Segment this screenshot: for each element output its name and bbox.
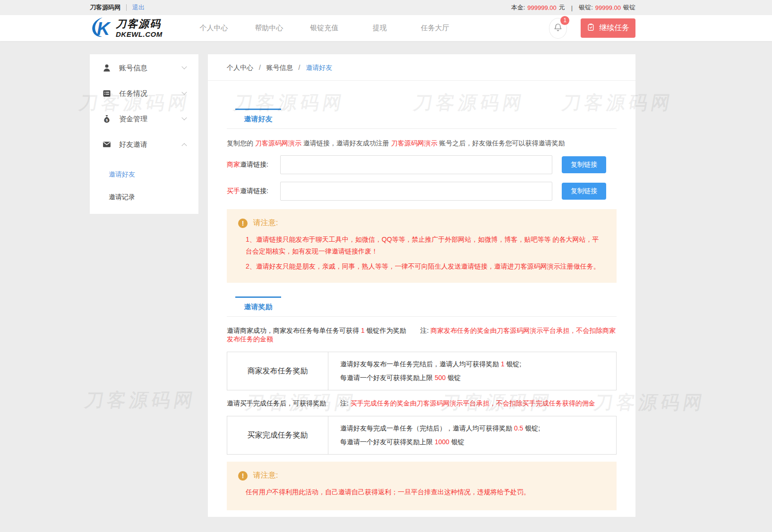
notice-line: 任何用户不得利用此活动，自己邀请自己获得返利；一旦平台排查出这种情况，违规将给予…	[246, 486, 605, 498]
nav-item-personal-center[interactable]: 个人中心	[199, 24, 229, 33]
continue-task-label: 继续任务	[599, 23, 629, 33]
rule-text: 银锭;	[523, 424, 540, 432]
breadcrumb-account-info[interactable]: 账号信息	[266, 64, 293, 71]
sidebar-submenu: 邀请好友 邀请记录	[90, 157, 198, 208]
sidebar-subitem-invite-friends[interactable]: 邀请好友	[90, 163, 198, 186]
buyer-reward-intro: 邀请买手完成任务后，可获得奖励注: 买手完成任务的奖金由刀客源码网演示平台承担，…	[227, 399, 617, 408]
sidebar-item-label: 账号信息	[119, 64, 182, 73]
reward-intro-text: 邀请买手完成任务后，可获得奖励	[227, 399, 326, 407]
logo-subtitle: DKEWL.COM	[116, 31, 163, 38]
silver-value: 99999.00	[595, 4, 621, 11]
nav-item-recharge[interactable]: 银锭充值	[309, 24, 340, 33]
reward-table-detail-cell: 邀请好友每发布一单任务完结后，邀请人均可获得奖励 1 银锭; 每邀请一个好友可获…	[328, 352, 616, 390]
reward-intro-text: 银锭作为奖励	[365, 327, 406, 334]
buyer-invite-link-input[interactable]	[280, 182, 552, 201]
topbar: 刀客源码网 退出 本金: 999999.00 元 | 银锭: 99999.00 …	[0, 0, 772, 15]
reward-table-header-cell: 商家发布任务奖励	[227, 352, 328, 390]
principal-value: 999999.00	[527, 4, 556, 11]
merchant-link-row: 商家邀请链接: 复制链接	[227, 155, 617, 174]
breadcrumb-separator: /	[299, 64, 300, 71]
sidebar: 账号信息 任务情况	[90, 54, 198, 214]
notice-line: 1、邀请链接只能发布于聊天工具中，如微信，QQ等等，禁止推广于外部网站，如微博，…	[246, 234, 605, 257]
topbar-site-name: 刀客源码网	[90, 3, 120, 12]
chevron-down-icon	[181, 115, 187, 120]
content-card: 个人中心 / 账号信息 / 邀请好友 邀请好友 复制您的 刀客源码网演示 邀请链…	[208, 54, 635, 517]
rule-amount: 500	[435, 374, 446, 381]
breadcrumb-current: 邀请好友	[306, 64, 332, 71]
merchant-reward-intro: 邀请商家成功，商家发布任务每单任务可获得 1 银锭作为奖励注: 商家发布任务的奖…	[227, 327, 617, 344]
sidebar-item-label: 任务情况	[119, 89, 182, 98]
warning-icon: !	[238, 219, 248, 228]
invite-intro-text: 复制您的 刀客源码网演示 邀请链接，邀请好友成功注册 刀客源码网演示 账号之后，…	[227, 139, 617, 148]
copy-buyer-link-button[interactable]: 复制链接	[562, 183, 606, 200]
rule-amount: 1000	[435, 438, 449, 446]
logout-link[interactable]: 退出	[132, 3, 145, 12]
chevron-down-icon	[181, 64, 187, 69]
intro-part: 账号之后，好友做任务您可以获得邀请奖励	[437, 139, 565, 147]
notification-badge: 1	[560, 16, 569, 25]
merchant-label-rest: 邀请链接:	[240, 160, 268, 168]
breadcrumb-personal-center[interactable]: 个人中心	[227, 64, 253, 71]
header: K 刀客源码 DKEWL.COM 个人中心 帮助中心 银锭充值 提现 任务大厅	[0, 15, 772, 41]
section-divider	[227, 316, 617, 317]
buyer-link-row: 买手邀请链接: 复制链接	[227, 182, 617, 201]
card-content: 邀请好友 复制您的 刀客源码网演示 邀请链接，邀请好友成功注册 刀客源码网演示 …	[208, 109, 635, 510]
merchant-reward-table: 商家发布任务奖励 邀请好友每发布一单任务完结后，邀请人均可获得奖励 1 银锭; …	[227, 352, 617, 390]
task-list-icon	[102, 89, 112, 98]
sidebar-item-friend-invite[interactable]: 好友邀请	[90, 132, 198, 157]
invite-rewards-section-header: 邀请奖励	[227, 296, 617, 317]
logo-title: 刀客源码	[116, 19, 163, 29]
silver-label: 银锭:	[579, 3, 593, 12]
buyer-label-rest: 邀请链接:	[240, 187, 268, 194]
notice-line: 2、邀请好友只能是朋友，亲戚，同事，熟人等等，一律不可向陌生人发送邀请链接，邀请…	[246, 261, 605, 272]
copy-merchant-link-button[interactable]: 复制链接	[562, 156, 606, 173]
intro-part: 复制您的	[227, 139, 255, 147]
buyer-label-highlight: 买手	[227, 187, 240, 194]
brand-name: 刀客源码网演示	[255, 139, 301, 147]
balance-divider: |	[571, 4, 573, 11]
reward-rule-line: 每邀请一个好友可获得奖励上限 500 银锭	[340, 372, 616, 383]
tab-invite-rewards: 邀请奖励	[235, 296, 281, 312]
clipboard-check-icon	[587, 23, 595, 33]
chevron-down-icon	[181, 90, 187, 95]
site-logo[interactable]: K 刀客源码 DKEWL.COM	[90, 17, 170, 40]
reward-rule-line: 每邀请一个好友可获得奖励上限 1000 银锭	[340, 437, 616, 448]
principal-label: 本金:	[511, 3, 525, 12]
reward-rule-line: 邀请好友每发布一单任务完结后，邀请人均可获得奖励 1 银锭;	[340, 359, 616, 370]
reward-amount: 1	[361, 327, 365, 334]
rule-amount: 0.5	[514, 424, 523, 432]
tab-invite-friends: 邀请好友	[235, 109, 281, 124]
reward-intro-text: 邀请商家成功，商家发布任务每单任务可获得	[227, 327, 361, 334]
rule-text: 邀请好友每完成一单任务（完结后），邀请人均可获得奖励	[340, 424, 514, 432]
nav-item-task-hall[interactable]: 任务大厅	[420, 24, 450, 33]
sidebar-subitem-invite-records[interactable]: 邀请记录	[90, 186, 198, 208]
note-text: 买手完成任务的奖金由刀客源码网演示平台承担，不会扣除买手完成任务获得的佣金	[351, 399, 595, 407]
user-icon	[102, 63, 112, 73]
merchant-invite-link-input[interactable]	[280, 155, 552, 174]
rule-text: 每邀请一个好友可获得奖励上限	[340, 438, 435, 446]
merchant-label-highlight: 商家	[227, 160, 240, 168]
breadcrumb-separator: /	[259, 64, 261, 71]
balance-summary: 本金: 999999.00 元 | 银锭: 99999.00 银锭	[511, 3, 635, 12]
page: 刀客源码网 退出 本金: 999999.00 元 | 银锭: 99999.00 …	[0, 0, 772, 532]
breadcrumb: 个人中心 / 账号信息 / 邀请好友	[208, 54, 635, 81]
main-nav: 个人中心 帮助中心 银锭充值 提现 任务大厅	[199, 24, 475, 33]
main-area: 账号信息 任务情况	[0, 41, 772, 532]
logo-text: 刀客源码 DKEWL.COM	[116, 19, 163, 38]
rule-text: 银锭	[449, 438, 464, 446]
sidebar-item-funds[interactable]: $ 资金管理	[90, 106, 198, 132]
nav-item-help-center[interactable]: 帮助中心	[254, 24, 284, 33]
buyer-reward-table: 买家完成任务奖励 邀请好友每完成一单任务（完结后），邀请人均可获得奖励 0.5 …	[227, 416, 617, 455]
intro-part: 邀请链接，邀请好友成功注册	[301, 139, 391, 147]
rule-amount: 1	[501, 360, 505, 368]
note-label: 注:	[420, 327, 431, 334]
notification-bell[interactable]: 1	[549, 18, 567, 39]
continue-task-button[interactable]: 继续任务	[581, 18, 635, 38]
nav-item-withdraw[interactable]: 提现	[365, 24, 395, 33]
section-divider	[227, 128, 617, 129]
money-bag-icon: $	[102, 114, 112, 124]
sidebar-item-account-info[interactable]: 账号信息	[90, 55, 198, 81]
sidebar-item-task-status[interactable]: 任务情况	[90, 81, 198, 106]
reward-table-detail-cell: 邀请好友每完成一单任务（完结后），邀请人均可获得奖励 0.5 银锭; 每邀请一个…	[328, 416, 616, 454]
rule-text: 每邀请一个好友可获得奖励上限	[340, 374, 435, 381]
